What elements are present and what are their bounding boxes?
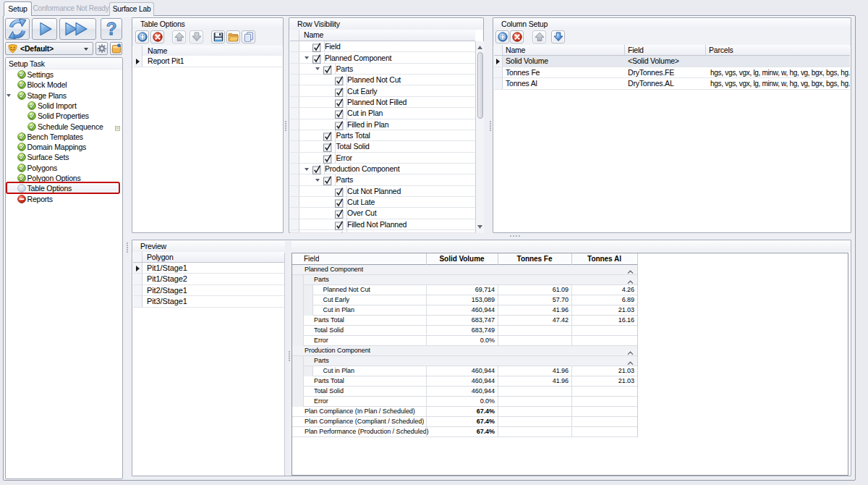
- svg-text:?: ?: [106, 20, 116, 38]
